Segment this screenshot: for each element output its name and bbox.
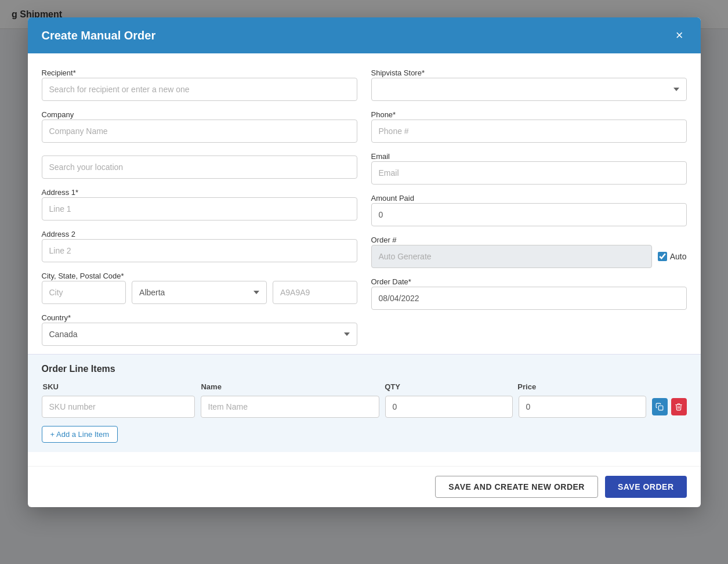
right-column: Shipvista Store* Phone* Email [371,67,687,354]
order-date-input[interactable] [371,287,687,310]
line-item-actions [652,398,687,415]
col-header-sku: SKU [43,382,195,391]
recipient-label: Recipient* [42,68,76,77]
postal-input[interactable] [273,281,357,304]
address1-input[interactable] [42,197,357,220]
order-number-label: Order # [371,236,397,244]
item-name-input[interactable] [201,396,379,418]
country-select[interactable]: Canada United States [42,323,357,346]
auto-checkbox[interactable] [658,252,667,261]
modal-footer: SAVE AND CREATE NEW ORDER SAVE ORDER [28,466,701,507]
order-number-input[interactable] [371,245,652,268]
line-items-section: Order Line Items SKU Name QTY Price [28,354,701,452]
copy-line-item-button[interactable] [652,398,668,415]
email-input[interactable] [371,161,687,185]
sku-input[interactable] [42,396,195,418]
address-row: Alberta British Columbia Manitoba New Br… [42,281,357,304]
country-label: Country* [42,313,71,322]
save-and-create-new-button[interactable]: SAVE AND CREATE NEW ORDER [435,476,598,498]
modal-title: Create Manual Order [42,29,156,42]
address2-input[interactable] [42,239,357,262]
recipient-input[interactable] [42,78,357,101]
save-order-button[interactable]: SAVE ORDER [605,476,687,498]
create-manual-order-modal: Create Manual Order × Recipient* Company [28,17,701,507]
col-header-name: Name [201,382,379,391]
close-button[interactable]: × [672,28,687,43]
email-group: Email [371,151,687,185]
location-input[interactable] [42,156,357,179]
left-column: Recipient* Company Address 1* [42,67,357,354]
main-form-row: Recipient* Company Address 1* [42,67,687,354]
address1-group: Address 1* [42,187,357,220]
col-header-price: Price [517,382,644,391]
amount-paid-label: Amount Paid [371,194,414,203]
line-items-table-header: SKU Name QTY Price [42,382,687,391]
address2-group: Address 2 [42,229,357,262]
shipvista-store-select[interactable] [371,78,687,101]
order-date-group: Order Date* [371,276,687,310]
company-input[interactable] [42,120,357,143]
auto-label-text: Auto [670,252,687,261]
auto-checkbox-label[interactable]: Auto [658,252,687,261]
address1-label: Address 1* [42,188,79,197]
table-row [42,396,687,418]
city-state-postal-label: City, State, Postal Code* [42,272,124,280]
phone-group: Phone* [371,109,687,143]
delete-line-item-button[interactable] [671,398,687,415]
add-line-item-button[interactable]: + Add a Line Item [42,426,118,443]
modal-overlay: Create Manual Order × Recipient* Company [0,0,728,564]
city-state-postal-group: City, State, Postal Code* Alberta Britis… [42,270,357,304]
location-group [42,156,357,179]
shipvista-store-label: Shipvista Store* [371,68,425,77]
company-label: Company [42,110,74,119]
phone-label: Phone* [371,110,396,119]
city-input[interactable] [42,281,126,304]
company-group: Company [42,109,357,143]
col-header-qty: QTY [385,382,512,391]
col-header-actions [651,382,686,391]
recipient-group: Recipient* [42,67,357,101]
address2-label: Address 2 [42,230,76,238]
svg-rect-0 [658,406,663,410]
amount-paid-group: Amount Paid [371,193,687,226]
line-items-title: Order Line Items [42,364,687,374]
order-number-row: Auto [371,245,687,268]
email-label: Email [371,152,390,161]
amount-paid-input[interactable] [371,203,687,226]
phone-input[interactable] [371,120,687,143]
price-input[interactable] [519,396,646,418]
shipvista-store-group: Shipvista Store* [371,67,687,101]
modal-body: Recipient* Company Address 1* [28,53,701,466]
modal-header: Create Manual Order × [28,17,701,53]
order-date-label: Order Date* [371,277,411,286]
country-group: Country* Canada United States [42,312,357,346]
order-number-group: Order # Auto [371,234,687,268]
qty-input[interactable] [385,396,513,418]
state-select[interactable]: Alberta British Columbia Manitoba New Br… [132,281,267,304]
